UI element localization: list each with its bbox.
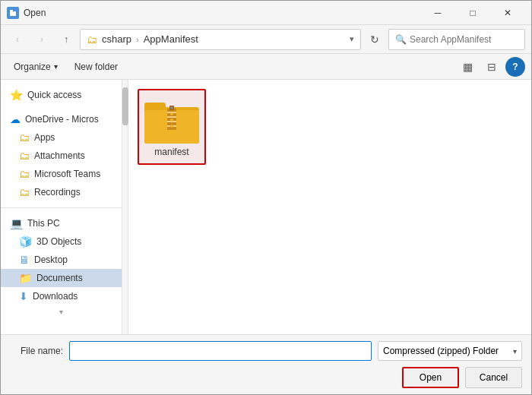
filename-input[interactable] (69, 341, 372, 361)
cancel-button[interactable]: Cancel (465, 367, 522, 388)
svg-rect-2 (10, 10, 13, 12)
star-icon: ⭐ (10, 89, 23, 101)
desktop-icon: 🖥 (19, 254, 30, 266)
folder-icon-teams: 🗂 (19, 168, 30, 180)
sidebar-item-attachments[interactable]: 🗂 Attachments (1, 147, 122, 165)
sidebar-item-apps[interactable]: 🗂 Apps (1, 128, 122, 147)
bottom-bar: File name: Compressed (zipped) Folder ▾ … (1, 334, 531, 394)
sidebar: ⭐ Quick access ☁ OneDrive - Micros 🗂 App… (1, 80, 122, 334)
dialog-icon (7, 7, 19, 19)
folder-icon-attachments: 🗂 (19, 150, 30, 162)
filename-row: File name: Compressed (zipped) Folder ▾ (10, 341, 522, 361)
organize-button[interactable]: Organize ▾ (7, 57, 65, 77)
search-input[interactable] (410, 34, 524, 45)
open-button[interactable]: Open (402, 367, 459, 388)
svg-point-20 (170, 131, 173, 134)
organize-label: Organize (14, 62, 51, 72)
back-button[interactable]: ‹ (7, 29, 28, 50)
refresh-button[interactable]: ↻ (364, 29, 385, 50)
help-button[interactable]: ? (505, 57, 525, 77)
this-pc-section: 💻 This PC 🧊 3D Objects 🖥 Desktop 📁 Docum… (1, 211, 122, 308)
new-folder-button[interactable]: New folder (68, 57, 125, 77)
quick-access-section: ⭐ Quick access (1, 83, 122, 107)
minimize-button[interactable]: ─ (420, 1, 455, 25)
scroll-down-indicator: ▾ (1, 308, 122, 314)
toolbar: Organize ▾ New folder ▦ ⊟ ? (1, 54, 531, 80)
cloud-icon: ☁ (10, 113, 21, 125)
sidebar-item-documents[interactable]: 📁 Documents (1, 269, 122, 287)
organize-chevron-icon: ▾ (54, 62, 58, 71)
sidebar-item-3d-objects[interactable]: 🧊 3D Objects (1, 232, 122, 251)
search-icon: 🔍 (395, 34, 407, 45)
main-content: ⭐ Quick access ☁ OneDrive - Micros 🗂 App… (1, 80, 531, 334)
sidebar-scrollbar-thumb (122, 87, 128, 125)
svg-point-16 (170, 106, 173, 109)
toolbar-right: ▦ ⊟ ? (457, 57, 525, 77)
folder-icon-apps: 🗂 (19, 131, 30, 144)
svg-point-17 (170, 112, 173, 115)
path-chevron-icon: ▾ (350, 34, 354, 44)
path-folder-icon: 🗂 (87, 33, 97, 46)
documents-icon: 📁 (19, 272, 32, 284)
forward-button[interactable]: › (31, 29, 52, 50)
new-folder-label: New folder (74, 62, 118, 72)
svg-rect-13 (167, 116, 176, 118)
filename-label: File name: (10, 346, 63, 356)
path-part-1: csharp (102, 33, 131, 45)
sidebar-item-downloads[interactable]: ⬇ Downloads (1, 287, 122, 305)
sidebar-divider-1 (1, 207, 122, 208)
open-dialog: Open ─ □ ✕ ‹ › ↑ 🗂 csharp › AppManifest … (0, 0, 532, 395)
downloads-icon: ⬇ (19, 290, 28, 302)
icon-3d-objects: 🧊 (19, 235, 32, 248)
pane-toggle-button[interactable]: ⊟ (481, 57, 502, 77)
address-path[interactable]: 🗂 csharp › AppManifest ▾ (80, 29, 361, 50)
window-controls: ─ □ ✕ (420, 1, 525, 25)
zip-folder-icon (144, 96, 199, 144)
search-box[interactable]: 🔍 (388, 29, 525, 50)
address-bar: ‹ › ↑ 🗂 csharp › AppManifest ▾ ↻ 🔍 (1, 25, 531, 54)
file-name-manifest: manifest (154, 147, 188, 157)
filetype-wrapper: Compressed (zipped) Folder ▾ (378, 341, 522, 361)
sidebar-item-this-pc[interactable]: 💻 This PC (1, 214, 122, 232)
folder-icon-recordings: 🗂 (19, 186, 30, 198)
sidebar-item-onedrive[interactable]: ☁ OneDrive - Micros (1, 110, 122, 128)
sidebar-item-teams[interactable]: 🗂 Microsoft Teams (1, 165, 122, 183)
path-separator-1: › (136, 35, 139, 44)
onedrive-section: ☁ OneDrive - Micros 🗂 Apps 🗂 Attachments… (1, 107, 122, 204)
file-item-manifest[interactable]: manifest (138, 89, 206, 165)
close-button[interactable]: ✕ (490, 1, 525, 25)
filetype-dropdown[interactable]: Compressed (zipped) Folder ▾ (378, 341, 522, 361)
svg-point-19 (170, 125, 173, 128)
dialog-title: Open (24, 8, 420, 18)
up-button[interactable]: ↑ (55, 29, 77, 50)
view-options-button[interactable]: ▦ (457, 57, 478, 77)
file-area: manifest (128, 80, 531, 334)
filetype-dropdown-arrow: ▾ (513, 347, 517, 356)
sidebar-scrollbar[interactable] (122, 80, 128, 334)
sidebar-item-recordings[interactable]: 🗂 Recordings (1, 183, 122, 201)
title-bar: Open ─ □ ✕ (1, 1, 531, 25)
maximize-button[interactable]: □ (455, 1, 490, 25)
svg-point-18 (170, 118, 173, 122)
sidebar-item-quick-access[interactable]: ⭐ Quick access (1, 86, 122, 104)
path-part-2: AppManifest (144, 33, 198, 45)
computer-icon: 💻 (10, 217, 23, 229)
actions-row: Open Cancel (10, 367, 522, 388)
sidebar-item-desktop[interactable]: 🖥 Desktop (1, 251, 122, 269)
filetype-label: Compressed (zipped) Folder (383, 346, 499, 356)
